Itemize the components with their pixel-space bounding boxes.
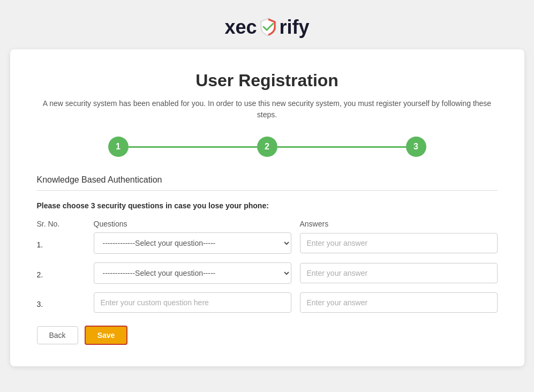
step-3-circle: 3: [406, 137, 426, 157]
answer-input-1[interactable]: [300, 233, 498, 253]
save-button[interactable]: Save: [85, 326, 128, 345]
step-1-circle: 1: [108, 137, 129, 157]
instruction-text: Please choose 3 security questions in ca…: [37, 201, 498, 210]
row-2-number: 2.: [37, 267, 85, 279]
answer-input-3[interactable]: [300, 292, 498, 313]
back-button[interactable]: Back: [37, 326, 78, 344]
answer-input-2[interactable]: [300, 263, 498, 283]
logo-text: xec rify: [224, 16, 309, 39]
step-line-2: [277, 146, 406, 148]
kba-header-row: Sr. No. Questions Answers: [37, 220, 498, 228]
kba-row-1: 1. -------------Select your question----…: [37, 232, 498, 254]
logo-shield-icon: [258, 17, 279, 37]
stepper: 1 2 3: [37, 137, 498, 157]
question-select-1[interactable]: -------------Select your question-----: [94, 232, 291, 254]
custom-question-input[interactable]: [94, 292, 291, 313]
card-title: User Registration: [37, 71, 498, 91]
card-subtitle: A new security system has been enabled f…: [37, 98, 498, 120]
step-line-1: [129, 146, 257, 148]
registration-card: User Registration A new security system …: [10, 49, 524, 366]
col-header-answers: Answers: [300, 220, 498, 228]
logo-area: xec rify: [224, 16, 309, 39]
question-select-2[interactable]: -------------Select your question-----: [94, 262, 291, 284]
kba-row-3: 3.: [37, 292, 498, 313]
kba-row-2: 2. -------------Select your question----…: [37, 262, 498, 284]
row-3-number: 3.: [37, 297, 85, 308]
col-header-srno: Sr. No.: [37, 220, 85, 228]
logo-text-before: xec: [224, 16, 257, 39]
button-row: Back Save: [37, 326, 498, 345]
col-header-questions: Questions: [94, 220, 291, 228]
section-header: Knowledge Based Authentication: [37, 175, 498, 191]
logo-text-after: rify: [280, 16, 310, 39]
row-1-number: 1.: [37, 237, 85, 249]
step-2-circle: 2: [257, 137, 277, 157]
kba-table: Sr. No. Questions Answers 1. -----------…: [37, 220, 498, 313]
